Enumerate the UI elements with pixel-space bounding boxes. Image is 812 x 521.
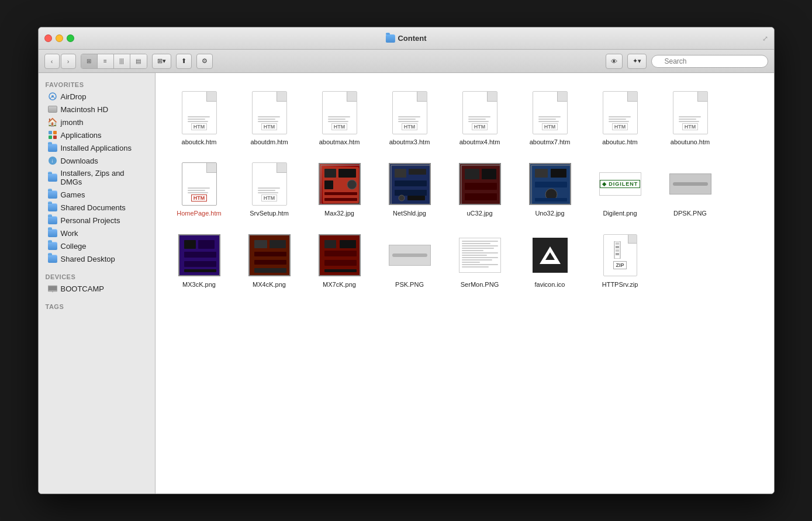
bootcamp-label: BOOTCAMP: [61, 284, 104, 293]
finder-window: Content ⤢ ‹ › ⊞ ≡ ||| ▤ ⊞▾ ⬆ ⚙ 👁 ✦▾ 🔍 FA…: [38, 27, 775, 494]
macintosh-hd-label: Macintosh HD: [61, 105, 109, 114]
file-item-uno32[interactable]: Uno32.jpg: [518, 156, 582, 221]
file-item-aboutmx7[interactable]: HTM aboutmx7.htm: [518, 85, 582, 150]
list-view-button[interactable]: ≡: [98, 54, 114, 68]
file-item-aboutck[interactable]: HTM aboutck.htm: [167, 85, 231, 150]
file-item-httpsrv[interactable]: ZIP HTTPSrv.zip: [588, 227, 652, 293]
svg-rect-20: [409, 169, 426, 175]
close-button[interactable]: [44, 34, 52, 42]
installed-apps-label: Installed Applications: [61, 144, 132, 152]
svg-rect-16: [324, 198, 357, 201]
file-item-uc32[interactable]: uC32.jpg: [448, 156, 512, 221]
file-name-uno32: Uno32.jpg: [535, 210, 564, 217]
icon-view-button[interactable]: ⊞: [81, 54, 98, 68]
file-item-aboutmx4[interactable]: HTM aboutmx4.htm: [448, 85, 512, 150]
downloads-label: Downloads: [61, 157, 98, 165]
file-item-mx3ck[interactable]: MX3cK.png: [167, 227, 231, 293]
file-thumb-homepage: HTM: [178, 161, 220, 207]
file-item-sermon[interactable]: SerMon.PNG: [448, 227, 512, 293]
file-thumb-aboutuc: HTM: [599, 89, 641, 136]
tags-header: TAGS: [39, 300, 155, 312]
file-item-dpsk[interactable]: DPSK.PNG: [658, 156, 723, 221]
applications-icon: [48, 130, 57, 140]
maximize-button[interactable]: [67, 34, 74, 42]
shared-desktop-label: Shared Desktop: [61, 255, 115, 263]
file-grid: HTM aboutck.htm HTM aboutdm.htm: [167, 85, 762, 293]
column-view-button[interactable]: |||: [114, 54, 130, 68]
sort-button[interactable]: ✦▾: [627, 54, 647, 69]
file-thumb-aboutmax: HTM: [319, 89, 361, 136]
sidebar-item-installed-applications[interactable]: Installed Applications: [41, 141, 153, 154]
main-content: FAVORITES AirDrop Macintosh HD: [39, 73, 774, 494]
file-name-srvsetup: SrvSetup.htm: [250, 210, 289, 217]
toolbar: ‹ › ⊞ ≡ ||| ▤ ⊞▾ ⬆ ⚙ 👁 ✦▾ 🔍: [39, 50, 774, 73]
resize-icon[interactable]: ⤢: [762, 34, 768, 43]
file-item-aboutmax[interactable]: HTM aboutmax.htm: [307, 85, 372, 150]
search-input[interactable]: [651, 55, 768, 68]
svg-rect-53: [324, 251, 357, 256]
svg-rect-22: [395, 190, 427, 196]
coverflow-view-button[interactable]: ▤: [130, 54, 147, 68]
installers-label: Installers, Zips and DMGs: [61, 169, 146, 186]
svg-rect-13: [324, 180, 333, 189]
minimize-button[interactable]: [56, 34, 63, 42]
sidebar-item-college[interactable]: College: [41, 239, 153, 252]
file-name-digilent: Digilent.png: [603, 210, 637, 217]
file-name-max32: Max32.jpg: [324, 210, 354, 217]
installed-apps-icon: [48, 143, 57, 152]
jmonth-icon: 🏠: [48, 117, 57, 127]
forward-button[interactable]: ›: [61, 54, 76, 69]
svg-rect-58: [616, 246, 619, 248]
downloads-icon: ↓: [48, 156, 57, 165]
svg-rect-37: [535, 198, 567, 202]
file-item-psk[interactable]: PSK.PNG: [378, 227, 442, 293]
file-item-digilent[interactable]: ◆ DIGILENT Digilent.png: [588, 156, 652, 221]
airdrop-icon: [48, 92, 57, 101]
shared-docs-icon: [48, 203, 57, 212]
file-item-aboutuno[interactable]: HTM aboutuno.htm: [658, 85, 723, 150]
sidebar-item-games[interactable]: Games: [41, 188, 153, 201]
file-item-homepage[interactable]: HTM HomePage.htm: [167, 156, 231, 221]
file-item-mx7ck[interactable]: MX7cK.png: [307, 227, 372, 293]
sidebar-item-jmonth[interactable]: 🏠 jmonth: [41, 116, 153, 128]
action-button[interactable]: ⚙: [196, 54, 213, 69]
file-item-srvsetup[interactable]: HTM SrvSetup.htm: [237, 156, 302, 221]
file-name-httpsrv: HTTPSrv.zip: [602, 281, 638, 288]
file-thumb-aboutck: HTM: [178, 89, 220, 136]
file-name-netshld: NetShld.jpg: [393, 210, 426, 217]
file-item-aboutmx3[interactable]: HTM aboutmx3.htm: [378, 85, 442, 150]
shared-desktop-icon: [48, 254, 57, 263]
svg-rect-24: [407, 196, 425, 200]
svg-rect-33: [535, 169, 548, 178]
sidebar-item-shared-documents[interactable]: Shared Documents: [41, 201, 153, 214]
sidebar-item-work[interactable]: Work: [41, 227, 153, 239]
sidebar-item-shared-desktop[interactable]: Shared Desktop: [41, 252, 153, 265]
file-item-netshld[interactable]: NetShld.jpg: [378, 156, 442, 221]
file-item-favicon[interactable]: favicon.ico: [518, 227, 582, 293]
devices-header: DEVICES: [39, 270, 155, 282]
work-label: Work: [61, 229, 78, 238]
svg-rect-21: [395, 180, 427, 186]
back-button[interactable]: ‹: [44, 54, 60, 69]
personal-projects-label: Personal Projects: [61, 216, 120, 225]
sidebar-item-bootcamp[interactable]: BOOTCAMP: [41, 282, 153, 295]
sidebar-item-installers[interactable]: Installers, Zips and DMGs: [41, 167, 153, 188]
sidebar-item-downloads[interactable]: ↓ Downloads: [41, 154, 153, 167]
share-button[interactable]: ⬆: [176, 54, 192, 69]
sidebar-item-personal-projects[interactable]: Personal Projects: [41, 214, 153, 227]
file-name-aboutuc: aboutuc.htm: [602, 138, 638, 145]
view-options-button[interactable]: ⊞▾: [152, 54, 171, 69]
work-icon: [48, 228, 57, 238]
sidebar-item-applications[interactable]: Applications: [41, 128, 153, 141]
eye-button[interactable]: 👁: [606, 54, 623, 69]
file-item-max32[interactable]: Max32.jpg: [307, 156, 372, 221]
file-item-aboutuc[interactable]: HTM aboutuc.htm: [588, 85, 652, 150]
file-item-aboutdm[interactable]: HTM aboutdm.htm: [237, 85, 302, 150]
file-name-aboutmx4: aboutmx4.htm: [459, 138, 500, 145]
file-item-mx4ck[interactable]: MX4cK.png: [237, 227, 302, 293]
svg-point-8: [52, 291, 53, 293]
sidebar-item-macintosh-hd[interactable]: Macintosh HD: [41, 103, 153, 116]
sidebar-item-airdrop[interactable]: AirDrop: [41, 90, 153, 103]
file-thumb-psk: [389, 232, 431, 279]
file-name-mx4ck: MX4cK.png: [253, 281, 286, 288]
